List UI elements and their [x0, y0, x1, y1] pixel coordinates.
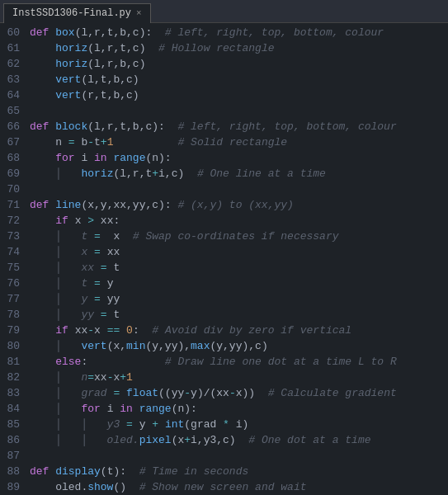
table-row: 60def box(l,r,t,b,c): # left, right, top… — [0, 25, 448, 40]
table-row: 64 vert(r,t,b,c) — [0, 87, 448, 103]
code-content: │ n=xx-x+1 — [30, 370, 133, 385]
code-content: horiz(l,r,t,c) # Hollow rectangle — [30, 40, 274, 56]
line-number: 71 — [0, 197, 30, 213]
code-content: vert(r,t,b,c) — [30, 87, 139, 103]
line-number: 70 — [0, 182, 30, 197]
table-row: 75 │ xx = t — [0, 260, 448, 276]
line-number: 77 — [0, 291, 30, 307]
code-content: horiz(l,r,b,c) — [30, 56, 145, 72]
code-content: if xx-x == 0: # Avoid div by zero if ver… — [30, 323, 351, 338]
table-row: 79 if xx-x == 0: # Avoid div by zero if … — [0, 323, 448, 338]
code-content: else: # Draw line one dot at a time L to… — [30, 354, 397, 370]
table-row: 81 else: # Draw line one dot at a time L… — [0, 354, 448, 370]
table-row: 73 │ t = x # Swap co-ordinates if necess… — [0, 229, 448, 244]
code-content: │ vert(x,min(y,yy),max(y,yy),c) — [30, 338, 268, 354]
table-row: 87 — [0, 448, 448, 464]
line-number: 73 — [0, 229, 30, 244]
line-number: 64 — [0, 87, 30, 103]
code-content: if x > xx: — [30, 213, 120, 229]
code-content: for i in range(n): — [30, 150, 172, 166]
line-number: 84 — [0, 401, 30, 417]
line-number: 82 — [0, 370, 30, 385]
line-number: 69 — [0, 166, 30, 182]
table-row: 70 — [0, 182, 448, 197]
line-number: 81 — [0, 354, 30, 370]
line-number: 65 — [0, 103, 30, 119]
table-row: 62 horiz(l,r,b,c) — [0, 56, 448, 72]
table-row: 61 horiz(l,r,t,c) # Hollow rectangle — [0, 40, 448, 56]
code-content: │ y = yy — [30, 291, 120, 307]
code-content: │ x = xx — [30, 244, 120, 260]
table-row: 82 │ n=xx-x+1 — [0, 370, 448, 385]
table-row: 71def line(x,y,xx,yy,c): # (x,y) to (xx,… — [0, 197, 448, 213]
code-content: │ for i in range(n): — [30, 401, 197, 417]
table-row: 68 for i in range(n): — [0, 150, 448, 166]
line-number: 78 — [0, 307, 30, 323]
table-row: 88def display(t): # Time in seconds — [0, 464, 448, 479]
code-area: 60def box(l,r,t,b,c): # left, right, top… — [0, 23, 448, 495]
table-row: 83 │ grad = float((yy-y)/(xx-x)) # Calcu… — [0, 385, 448, 401]
line-number: 76 — [0, 276, 30, 291]
line-number: 63 — [0, 72, 30, 87]
code-content: def block(l,r,t,b,c): # left, right, top… — [30, 119, 397, 134]
code-content: n = b-t+1 # Solid rectangle — [30, 134, 287, 150]
line-number: 74 — [0, 244, 30, 260]
table-row: 77 │ y = yy — [0, 291, 448, 307]
code-content: def display(t): # Time in seconds — [30, 464, 248, 479]
tab-instSSD[interactable]: InstSSD1306-Final.py × — [3, 3, 151, 23]
close-icon[interactable]: × — [136, 8, 142, 18]
line-number: 61 — [0, 40, 30, 56]
code-content: vert(l,t,b,c) — [30, 72, 139, 87]
line-number: 72 — [0, 213, 30, 229]
table-row: 89 oled.show() # Show new screen and wai… — [0, 479, 448, 495]
line-number: 75 — [0, 260, 30, 276]
code-content: │ xx = t — [30, 260, 120, 276]
code-content: │ horiz(l,r,t+i,c) # One line at a time — [30, 166, 326, 182]
line-number: 87 — [0, 448, 30, 464]
code-content: def line(x,y,xx,yy,c): # (x,y) to (xx,yy… — [30, 197, 294, 213]
tab-bar: InstSSD1306-Final.py × — [0, 0, 448, 23]
code-content: │ t = x # Swap co-ordinates if necessary — [30, 229, 338, 244]
table-row: 67 n = b-t+1 # Solid rectangle — [0, 134, 448, 150]
line-number: 86 — [0, 432, 30, 448]
table-row: 72 if x > xx: — [0, 213, 448, 229]
line-number: 88 — [0, 464, 30, 479]
line-number: 60 — [0, 25, 30, 40]
code-content: │ │ oled.pixel(x+i,y3,c) # One dot at a … — [30, 432, 371, 448]
line-number: 89 — [0, 479, 30, 495]
line-number: 80 — [0, 338, 30, 354]
line-number: 66 — [0, 119, 30, 134]
code-content: def box(l,r,t,b,c): # left, right, top, … — [30, 25, 384, 40]
table-row: 85 │ │ y3 = y + int(grad * i) — [0, 417, 448, 432]
code-content: │ grad = float((yy-y)/(xx-x)) # Calculat… — [30, 385, 397, 401]
table-row: 76 │ t = y — [0, 276, 448, 291]
table-row: 74 │ x = xx — [0, 244, 448, 260]
table-row: 80 │ vert(x,min(y,yy),max(y,yy),c) — [0, 338, 448, 354]
line-number: 67 — [0, 134, 30, 150]
table-row: 63 vert(l,t,b,c) — [0, 72, 448, 87]
code-content: │ t = y — [30, 276, 113, 291]
table-row: 66def block(l,r,t,b,c): # left, right, t… — [0, 119, 448, 134]
code-content: oled.show() # Show new screen and wait — [30, 479, 307, 495]
code-content: │ yy = t — [30, 307, 120, 323]
line-number: 85 — [0, 417, 30, 432]
line-number: 79 — [0, 323, 30, 338]
table-row: 84 │ for i in range(n): — [0, 401, 448, 417]
code-content: │ │ y3 = y + int(grad * i) — [30, 417, 248, 432]
line-number: 83 — [0, 385, 30, 401]
table-row: 78 │ yy = t — [0, 307, 448, 323]
line-number: 68 — [0, 150, 30, 166]
tab-label: InstSSD1306-Final.py — [12, 7, 131, 19]
table-row: 69 │ horiz(l,r,t+i,c) # One line at a ti… — [0, 166, 448, 182]
table-row: 65 — [0, 103, 448, 119]
table-row: 86 │ │ oled.pixel(x+i,y3,c) # One dot at… — [0, 432, 448, 448]
line-number: 62 — [0, 56, 30, 72]
